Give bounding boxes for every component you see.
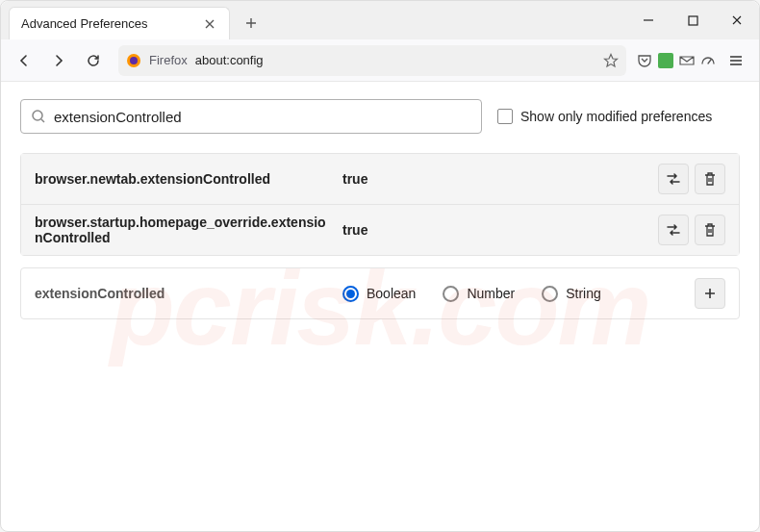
bookmark-icon[interactable]: [603, 53, 619, 68]
pref-list: browser.newtab.extensionControlled true …: [20, 153, 740, 256]
pref-name: browser.startup.homepage_override.extens…: [35, 215, 333, 245]
pref-value: true: [342, 222, 648, 238]
pref-row: browser.startup.homepage_override.extens…: [21, 205, 739, 255]
svg-rect-0: [689, 16, 697, 25]
mail-icon[interactable]: [678, 52, 696, 69]
search-icon: [31, 109, 46, 124]
extension-green-icon[interactable]: [657, 52, 674, 69]
search-row: Show only modified preferences: [20, 99, 740, 134]
radio-label: Boolean: [367, 286, 416, 301]
tab[interactable]: Advanced Preferences: [9, 7, 230, 39]
firefox-icon: [126, 53, 141, 68]
menu-button[interactable]: [721, 45, 751, 76]
radio-icon: [542, 286, 558, 302]
type-radio-group: Boolean Number String: [342, 286, 685, 302]
forward-button[interactable]: [43, 45, 74, 76]
pocket-icon[interactable]: [636, 52, 653, 69]
radio-string[interactable]: String: [542, 286, 601, 302]
new-pref-row: extensionControlled Boolean Number Strin…: [21, 268, 739, 318]
back-button[interactable]: [9, 45, 39, 76]
svg-point-3: [33, 111, 42, 120]
window-controls: [626, 1, 759, 39]
new-pref-name: extensionControlled: [35, 286, 333, 301]
delete-button[interactable]: [695, 164, 725, 194]
content: Show only modified preferences browser.n…: [1, 82, 759, 531]
pref-actions: [658, 215, 725, 245]
toggle-button[interactable]: [658, 215, 689, 245]
pref-row: browser.newtab.extensionControlled true: [21, 154, 739, 205]
tab-close-icon[interactable]: [202, 16, 217, 32]
close-button[interactable]: [715, 1, 759, 39]
svg-point-2: [130, 57, 138, 64]
titlebar: Advanced Preferences: [1, 1, 759, 39]
radio-label: Number: [467, 286, 515, 301]
checkbox-icon: [497, 109, 513, 124]
pref-actions: [658, 164, 725, 194]
delete-button[interactable]: [695, 215, 725, 245]
search-input[interactable]: [54, 109, 471, 125]
maximize-button[interactable]: [671, 1, 715, 39]
new-tab-button[interactable]: [238, 10, 265, 37]
tab-title: Advanced Preferences: [21, 16, 202, 31]
radio-icon: [443, 286, 459, 302]
addr-url: about:config: [195, 53, 595, 67]
show-modified-checkbox[interactable]: Show only modified preferences: [497, 109, 712, 124]
pref-actions: [695, 278, 725, 309]
pref-value: true: [342, 171, 648, 187]
toggle-button[interactable]: [658, 164, 689, 194]
addr-label: Firefox: [149, 53, 188, 67]
pref-name: browser.newtab.extensionControlled: [35, 171, 333, 187]
gauge-icon[interactable]: [699, 52, 717, 69]
addressbar[interactable]: Firefox about:config: [118, 45, 626, 76]
reload-button[interactable]: [78, 45, 109, 76]
radio-icon: [342, 286, 359, 302]
radio-number[interactable]: Number: [443, 286, 515, 302]
radio-label: String: [566, 286, 601, 301]
checkbox-label: Show only modified preferences: [520, 109, 712, 124]
toolbar: Firefox about:config: [1, 39, 759, 82]
minimize-button[interactable]: [626, 1, 671, 39]
radio-boolean[interactable]: Boolean: [342, 286, 416, 302]
add-button[interactable]: [695, 278, 725, 309]
search-box[interactable]: [20, 99, 482, 134]
new-pref-row-wrap: extensionControlled Boolean Number Strin…: [20, 267, 740, 319]
